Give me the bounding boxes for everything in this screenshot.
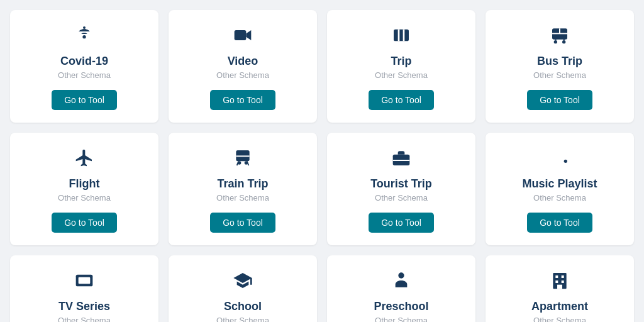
svg-rect-32 [555,275,558,278]
svg-line-17 [237,161,239,165]
card-schema: Other Schema [216,193,269,203]
card-title: Trip [391,55,411,68]
card-title: Bus Trip [537,55,582,68]
plane-icon [74,148,94,171]
svg-rect-36 [557,285,562,289]
card-tourist-trip: Tourist TripOther SchemaGo to Tool [327,133,475,245]
person-icon [391,270,411,294]
card-school: SchoolOther SchemaGo to Tool [169,255,317,322]
music-list-icon [550,148,570,171]
svg-rect-3 [394,30,409,42]
card-title: Video [228,55,258,68]
card-preschool: PreschoolOther SchemaGo to Tool [327,255,475,322]
graduation-icon [233,270,253,294]
video-camera-icon [233,25,253,48]
card-title: School [224,300,262,313]
card-schema: Other Schema [533,193,586,203]
card-title: Music Playlist [522,177,597,191]
go-to-tool-button-trip[interactable]: Go to Tool [369,90,434,110]
card-title: Tourist Trip [370,177,432,191]
svg-rect-34 [555,280,558,283]
card-schema: Other Schema [533,70,586,80]
card-apartment: ApartmentOther SchemaGo to Tool [486,255,634,322]
svg-rect-35 [562,280,564,283]
train-icon [233,148,253,171]
card-title: Apartment [531,300,588,313]
wifi-circle-icon [74,25,94,48]
go-to-tool-button-train-trip[interactable]: Go to Tool [210,213,275,233]
svg-point-30 [398,272,404,278]
card-title: Covid-19 [60,55,108,68]
card-schema: Other Schema [375,193,428,203]
go-to-tool-button-tourist-trip[interactable]: Go to Tool [369,213,434,233]
svg-point-24 [564,160,567,163]
card-schema: Other Schema [533,316,586,322]
bus-icon [550,25,570,48]
go-to-tool-button-covid19[interactable]: Go to Tool [52,90,117,110]
ticket-icon [391,25,411,48]
svg-line-18 [247,161,249,165]
svg-point-10 [562,40,565,43]
card-schema: Other Schema [216,70,269,80]
card-title: Train Trip [217,177,268,191]
go-to-tool-button-flight[interactable]: Go to Tool [52,213,117,233]
card-video: VideoOther SchemaGo to Tool [169,10,317,123]
svg-point-0 [82,35,86,38]
go-to-tool-button-video[interactable]: Go to Tool [210,90,275,110]
card-flight: FlightOther SchemaGo to Tool [10,133,158,245]
card-title: TV Series [58,300,110,313]
card-schema: Other Schema [375,70,428,80]
briefcase-icon [391,148,411,171]
svg-point-9 [554,40,557,43]
go-to-tool-button-bus-trip[interactable]: Go to Tool [527,90,592,110]
card-tv-series: TV SeriesOther SchemaGo to Tool [10,255,158,322]
card-schema: Other Schema [58,316,111,322]
svg-point-1 [83,26,86,29]
svg-rect-33 [562,275,564,278]
card-train-trip: Train TripOther SchemaGo to Tool [169,133,317,245]
card-bus-trip: Bus TripOther SchemaGo to Tool [486,10,634,123]
card-music-playlist: Music PlaylistOther SchemaGo to Tool [486,133,634,245]
card-covid19: Covid-19Other SchemaGo to Tool [10,10,158,123]
card-schema: Other Schema [58,193,111,203]
card-title: Flight [69,177,100,191]
card-schema: Other Schema [375,316,428,322]
card-schema: Other Schema [216,316,269,322]
card-trip: TripOther SchemaGo to Tool [327,10,475,123]
tools-grid: Covid-19Other SchemaGo to Tool VideoOthe… [10,10,634,322]
go-to-tool-button-music-playlist[interactable]: Go to Tool [527,213,592,233]
svg-rect-2 [235,30,247,40]
tv-icon [74,270,94,294]
card-schema: Other Schema [58,70,111,80]
svg-rect-27 [79,277,91,284]
building-icon [550,270,570,294]
card-title: Preschool [374,300,428,313]
